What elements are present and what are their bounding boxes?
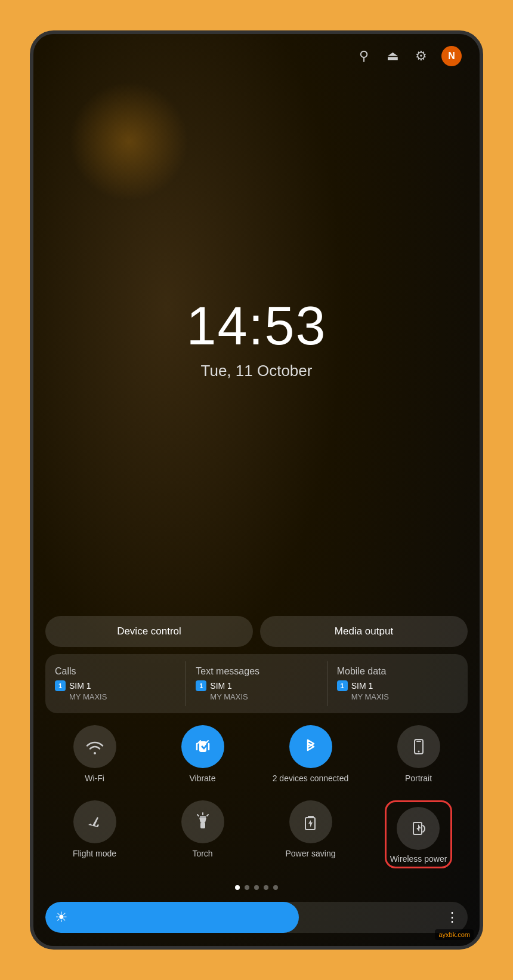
dot-1 — [235, 885, 240, 890]
sim-texts-label: SIM 1 — [210, 681, 232, 691]
bluetooth-toggle[interactable]: 2 devices connected — [261, 725, 360, 784]
sim-data-row: 1 SIM 1 — [337, 680, 458, 691]
svg-rect-6 — [200, 822, 205, 828]
toggle-row-2: Flight mode Torch — [45, 796, 468, 873]
torch-label: Torch — [192, 848, 212, 859]
sim-data-label: SIM 1 — [351, 681, 373, 691]
clock-time: 14:53 — [186, 295, 326, 357]
dot-2 — [245, 885, 249, 890]
sim-data-badge: 1 — [337, 680, 348, 691]
sim-texts-row: 1 SIM 1 — [196, 680, 317, 691]
svg-rect-9 — [308, 816, 314, 818]
wireless-power-toggle[interactable]: Wireless power — [369, 800, 468, 868]
sim-texts-title: Text messages — [196, 666, 317, 677]
sim-calls-row: 1 SIM 1 — [55, 680, 176, 691]
brightness-menu-icon[interactable]: ⋮ — [446, 910, 459, 925]
sim-texts-carrier: MY MAXIS — [196, 692, 317, 701]
sim-texts-section: Text messages 1 SIM 1 MY MAXIS — [186, 661, 327, 706]
power-saving-toggle[interactable]: Power saving — [261, 800, 360, 868]
flight-mode-icon — [73, 800, 116, 843]
media-output-button[interactable]: Media output — [260, 616, 468, 647]
sim-data-title: Mobile data — [337, 666, 458, 677]
sim-texts-badge: 1 — [196, 680, 206, 691]
sim-calls-section: Calls 1 SIM 1 MY MAXIS — [45, 661, 186, 706]
brightness-fill — [45, 902, 299, 933]
toggle-row-1: Wi-Fi Vibrate — [45, 720, 468, 788]
brightness-bar[interactable]: ☀ ⋮ — [45, 902, 468, 933]
power-icon[interactable]: ⏏ — [384, 48, 401, 64]
svg-rect-4 — [416, 741, 421, 742]
sim-data-carrier: MY MAXIS — [337, 692, 458, 701]
sim-calls-label: SIM 1 — [69, 681, 91, 691]
portrait-toggle[interactable]: Portrait — [369, 725, 468, 784]
bluetooth-label: 2 devices connected — [273, 773, 349, 784]
sim-calls-badge: 1 — [55, 680, 66, 691]
top-bar: ⚲ ⏏ ⚙ N — [33, 34, 480, 72]
flight-mode-label: Flight mode — [73, 848, 116, 859]
settings-icon[interactable]: ⚙ — [413, 48, 429, 64]
svg-point-5 — [418, 750, 419, 752]
search-icon[interactable]: ⚲ — [356, 48, 372, 64]
power-saving-label: Power saving — [285, 848, 335, 859]
wireless-power-icon — [397, 807, 440, 850]
clock-area: 14:53 Tue, 11 October — [33, 72, 480, 616]
sim-panel: Calls 1 SIM 1 MY MAXIS Text messages 1 S… — [45, 654, 468, 713]
portrait-label: Portrait — [405, 773, 432, 784]
svg-rect-7 — [200, 816, 206, 818]
power-saving-icon — [289, 800, 332, 843]
dot-3 — [254, 885, 259, 890]
dot-4 — [264, 885, 268, 890]
wireless-power-label: Wireless power — [390, 853, 447, 864]
pagination-dots — [45, 880, 468, 895]
phone-frame: ⚲ ⏏ ⚙ N 14:53 Tue, 11 October Device con… — [30, 30, 483, 950]
watermark: ayxbk.com — [435, 929, 474, 940]
sim-data-section: Mobile data 1 SIM 1 MY MAXIS — [327, 661, 468, 706]
vibrate-label: Vibrate — [189, 773, 215, 784]
vibrate-toggle[interactable]: Vibrate — [153, 725, 252, 784]
wifi-icon — [73, 725, 116, 768]
flight-mode-toggle[interactable]: Flight mode — [45, 800, 144, 868]
sim-calls-carrier: MY MAXIS — [55, 692, 176, 701]
brightness-icon: ☀ — [55, 909, 68, 926]
bluetooth-icon — [289, 725, 332, 768]
portrait-icon — [397, 725, 440, 768]
controls-area: Device control Media output Calls 1 SIM … — [33, 616, 480, 946]
wifi-label: Wi-Fi — [85, 773, 104, 784]
quick-buttons: Device control Media output — [45, 616, 468, 647]
sim-calls-title: Calls — [55, 666, 176, 677]
main-content: ⚲ ⏏ ⚙ N 14:53 Tue, 11 October Device con… — [33, 34, 480, 946]
notification-badge[interactable]: N — [441, 46, 462, 66]
dot-5 — [273, 885, 278, 890]
vibrate-icon — [181, 725, 224, 768]
torch-icon — [181, 800, 224, 843]
device-control-button[interactable]: Device control — [45, 616, 253, 647]
wifi-toggle[interactable]: Wi-Fi — [45, 725, 144, 784]
torch-toggle[interactable]: Torch — [153, 800, 252, 868]
clock-date: Tue, 11 October — [201, 362, 313, 380]
